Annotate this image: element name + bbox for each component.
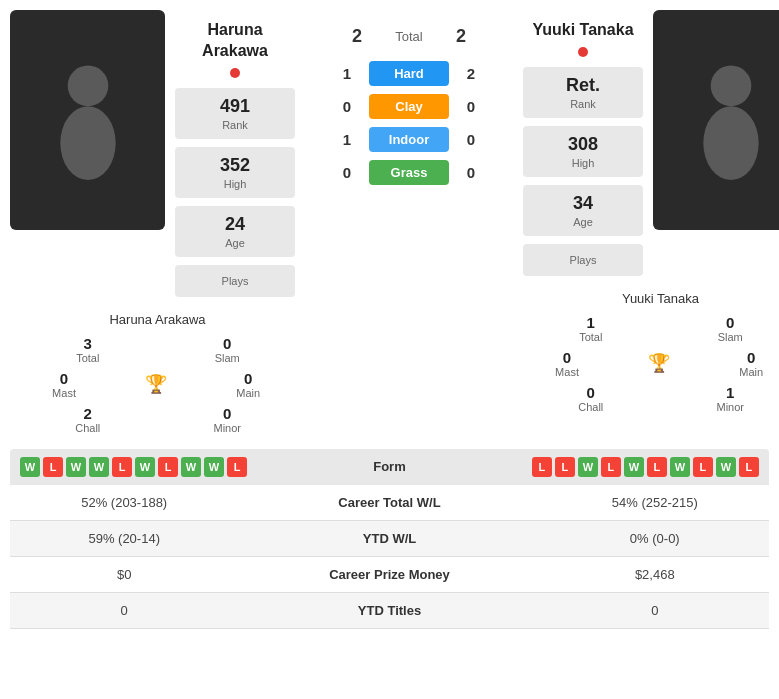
right-total-score: 2 (449, 26, 473, 47)
left-rank-value: 491 (181, 96, 289, 117)
left-total-score: 2 (345, 26, 369, 47)
left-career-wl: 52% (203-188) (10, 485, 238, 520)
left-chall-stat: 2 Chall (18, 402, 158, 437)
left-age-value: 24 (181, 214, 289, 235)
right-trophy-icon: 🏆 (613, 346, 705, 381)
left-player-silhouette (43, 60, 133, 180)
right-career-wl: 54% (252-215) (541, 485, 769, 520)
left-player-name-sub: Haruna Arakawa (10, 307, 305, 332)
left-form-badge-10: L (227, 457, 247, 477)
right-chall-stat: 0 Chall (521, 381, 661, 416)
right-main-value: 0 (707, 349, 779, 366)
right-chall-label: Chall (523, 401, 659, 413)
left-form-badges: W L W W L W L W W L (20, 457, 266, 477)
right-form-badge-8: L (693, 457, 713, 477)
surface-hard-row: 1 Hard 2 (309, 57, 509, 90)
left-form-badge-9: W (204, 457, 224, 477)
left-age-label: Age (181, 237, 289, 249)
left-player-sub: Haruna Arakawa 3 Total 0 Slam 0 Mast (10, 307, 305, 437)
left-age-box: 24 Age (175, 206, 295, 257)
ytd-titles-label: YTD Titles (238, 593, 540, 628)
left-slam-value: 0 (160, 335, 296, 352)
left-high-box: 352 High (175, 147, 295, 198)
right-main-label: Main (707, 366, 779, 378)
indoor-badge: Indoor (369, 127, 449, 152)
total-label: Total (379, 29, 439, 44)
right-main-stat: 0 Main (705, 346, 779, 381)
right-rank-box: Ret. Rank (523, 67, 643, 118)
form-row: W L W W L W L W W L Form L L W L W L W L (10, 449, 769, 485)
prize-label: Career Prize Money (238, 557, 540, 592)
main-container: Haruna Arakawa 491 Rank 352 High 24 Age (0, 0, 779, 639)
svg-point-2 (710, 66, 751, 107)
left-high-value: 352 (181, 155, 289, 176)
surface-grass-row: 0 Grass 0 (309, 156, 509, 189)
right-plays-label: Plays (529, 254, 637, 266)
right-player-block: Yuuki Tanaka Ret. Rank 308 High 34 Age (513, 10, 779, 416)
left-minor-value: 0 (160, 405, 296, 422)
right-player-info: Yuuki Tanaka Ret. Rank 308 High 34 Age (513, 10, 653, 286)
right-red-dot (578, 47, 588, 57)
left-plays-box: Plays (175, 265, 295, 297)
right-form-badge-1: L (532, 457, 552, 477)
right-age-box: 34 Age (523, 185, 643, 236)
right-slam-label: Slam (663, 331, 780, 343)
indoor-left-score: 1 (335, 131, 359, 148)
right-player-sub: Yuuki Tanaka 1 Total 0 Slam 0 Mast (513, 286, 779, 416)
svg-point-1 (60, 106, 115, 180)
right-high-label: High (529, 157, 637, 169)
ytd-wl-label: YTD W/L (238, 521, 540, 556)
left-total-stat: 3 Total (18, 332, 158, 367)
right-ytd-titles: 0 (541, 593, 769, 628)
total-score-row: 2 Total 2 (309, 20, 509, 57)
right-form-badge-5: W (624, 457, 644, 477)
left-high-label: High (181, 178, 289, 190)
left-ytd-titles: 0 (10, 593, 238, 628)
ytd-titles-row: 0 YTD Titles 0 (10, 593, 769, 629)
left-main-stat: 0 Main (202, 367, 294, 402)
right-plays-box: Plays (523, 244, 643, 276)
left-form-badge-3: W (66, 457, 86, 477)
right-mast-value: 0 (523, 349, 611, 366)
grass-badge: Grass (369, 160, 449, 185)
svg-point-0 (67, 66, 108, 107)
right-high-value: 308 (529, 134, 637, 155)
right-form-badge-10: L (739, 457, 759, 477)
career-wl-row: 52% (203-188) Career Total W/L 54% (252-… (10, 485, 769, 521)
left-trophy-icon: 🏆 (110, 367, 202, 402)
left-main-label: Main (204, 387, 292, 399)
match-top-row: Haruna Arakawa 491 Rank 352 High 24 Age (10, 10, 769, 437)
left-rank-label: Rank (181, 119, 289, 131)
right-player-name-header: Yuuki Tanaka (517, 16, 649, 45)
svg-point-3 (703, 106, 758, 180)
left-mast-value: 0 (20, 370, 108, 387)
left-player-photo (10, 10, 165, 230)
right-age-label: Age (529, 216, 637, 228)
right-mast-label: Mast (523, 366, 611, 378)
right-age-value: 34 (529, 193, 637, 214)
right-high-box: 308 High (523, 126, 643, 177)
right-minor-value: 1 (663, 384, 780, 401)
right-form-badge-3: W (578, 457, 598, 477)
right-prize: $2,468 (541, 557, 769, 592)
right-player-photo (653, 10, 779, 230)
grass-right-score: 0 (459, 164, 483, 181)
left-slam-label: Slam (160, 352, 296, 364)
left-form-badge-6: W (135, 457, 155, 477)
left-rank-box: 491 Rank (175, 88, 295, 139)
prize-row: $0 Career Prize Money $2,468 (10, 557, 769, 593)
left-prize: $0 (10, 557, 238, 592)
left-mast-stat: 0 Mast (18, 367, 110, 402)
right-player-silhouette (686, 60, 776, 180)
right-form-badge-9: W (716, 457, 736, 477)
left-red-dot (230, 68, 240, 78)
right-form-badge-4: L (601, 457, 621, 477)
hard-left-score: 1 (335, 65, 359, 82)
right-rank-label: Rank (529, 98, 637, 110)
right-slam-value: 0 (663, 314, 780, 331)
left-mast-label: Mast (20, 387, 108, 399)
right-minor-stat: 1 Minor (661, 381, 780, 416)
left-ytd-wl: 59% (20-14) (10, 521, 238, 556)
left-form-badge-1: W (20, 457, 40, 477)
right-slam-stat: 0 Slam (661, 311, 780, 346)
